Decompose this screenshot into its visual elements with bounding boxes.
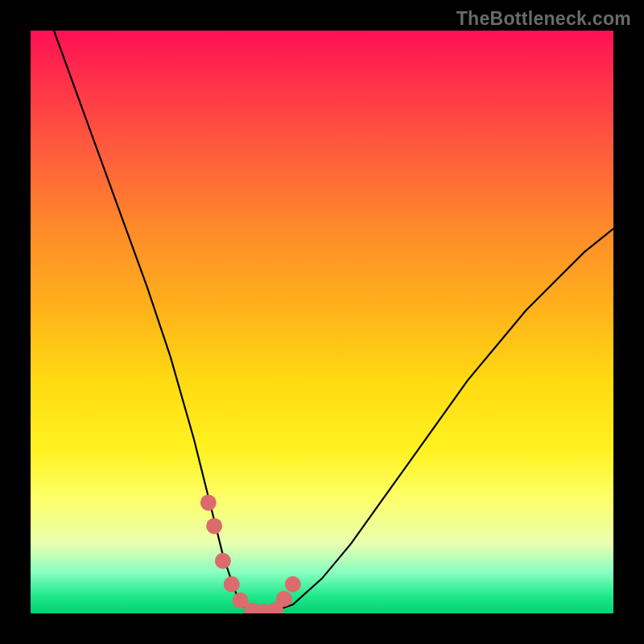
highlight-dot (276, 591, 292, 607)
highlight-dot (215, 553, 231, 569)
watermark-text: TheBottleneck.com (456, 8, 631, 30)
chart-frame: TheBottleneck.com (0, 0, 644, 644)
highlight-dot (285, 576, 301, 592)
bottleneck-curve (54, 31, 613, 612)
plot-area (31, 31, 613, 613)
curve-layer (31, 31, 613, 613)
optimal-zone-markers (200, 494, 301, 613)
highlight-dot (206, 518, 222, 534)
highlight-dot (224, 576, 240, 592)
highlight-dot (200, 494, 217, 510)
